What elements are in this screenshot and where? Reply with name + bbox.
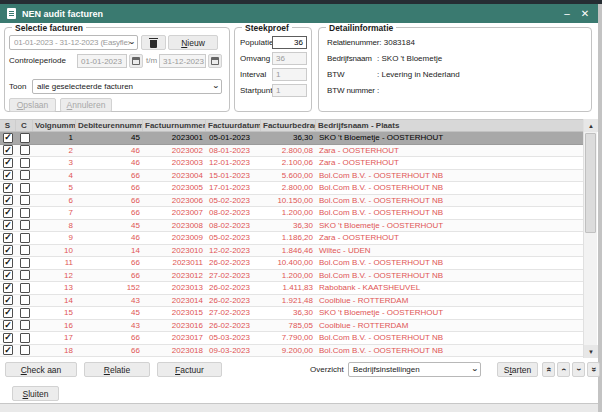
chevron-down-icon: › <box>574 368 583 371</box>
c-checkbox[interactable] <box>20 183 30 193</box>
s-checkbox[interactable]: ✓ <box>3 183 13 193</box>
check-aan-button[interactable]: Check aan <box>5 362 77 377</box>
sluiten-button[interactable]: Sluiten <box>12 386 59 401</box>
s-checkbox[interactable]: ✓ <box>3 233 13 243</box>
starten-button[interactable]: Starten <box>497 362 538 377</box>
column-header-bedrijfsnaam-plaats[interactable]: Bedrijfsnaam - Plaats <box>316 120 583 131</box>
date-from-field[interactable]: 01-01-2023 <box>77 54 127 68</box>
s-checkbox[interactable]: ✓ <box>3 208 13 218</box>
c-checkbox[interactable] <box>20 208 30 218</box>
c-checkbox[interactable] <box>20 258 30 268</box>
c-checkbox[interactable] <box>20 158 30 168</box>
column-header-s[interactable]: S <box>0 120 16 131</box>
table-row[interactable]: ✓666202300605-02-202310.150,00Bol.Com B.… <box>0 195 583 208</box>
table-row[interactable]: ✓346202300312-01-20232.100,06Zara - OOST… <box>0 157 583 170</box>
date-to-calendar-button[interactable] <box>208 54 222 68</box>
table-cell: 45 <box>76 308 143 317</box>
omvang-field[interactable]: 36 <box>272 52 307 65</box>
s-checkbox[interactable]: ✓ <box>3 295 13 305</box>
column-header-factuurdatum[interactable]: Factuurdatum <box>206 120 261 131</box>
table-row[interactable]: ✓1443202301426-02-20231.921,48Coolblue -… <box>0 295 583 308</box>
date-to-field[interactable]: 31-12-2023 <box>159 54 206 68</box>
toon-dropdown[interactable]: alle geselecteerde facturen › <box>32 79 222 94</box>
title-bar[interactable]: NEN audit facturen – ✕ <box>0 4 598 23</box>
table-row[interactable]: ✓1014202301012-02-20231.846,46Wiltec - U… <box>0 245 583 258</box>
c-checkbox[interactable] <box>20 233 30 243</box>
s-checkbox[interactable]: ✓ <box>3 283 13 293</box>
nav-next-button[interactable]: › <box>572 362 585 377</box>
table-row[interactable]: ✓566202300517-01-20232.800,00Bol.Com B.V… <box>0 182 583 195</box>
s-checkbox[interactable]: ✓ <box>3 170 13 180</box>
s-checkbox[interactable]: ✓ <box>3 333 13 343</box>
table-row[interactable]: ✓845202300808-02-202336,30SKO 't Bloemet… <box>0 220 583 233</box>
opslaan-button[interactable]: Opslaan <box>9 98 56 112</box>
periode-dropdown[interactable]: 01-01-2023 - 31-12-2023 (Easyflex) › <box>9 35 138 50</box>
s-checkbox[interactable]: ✓ <box>3 158 13 168</box>
nav-first-button[interactable]: « <box>542 362 555 377</box>
populatie-field[interactable]: 36 <box>272 36 307 49</box>
relatie-button[interactable]: Relatie <box>84 362 150 377</box>
bedrijfsnaam-row: Bedrijfsnaam: SKO 't Bloemetje <box>327 52 442 65</box>
table-row[interactable]: ✓246202300208-01-20232.800,08Zara - OOST… <box>0 145 583 158</box>
table-row[interactable]: ✓1643202301626-02-2023785,05Coolblue - R… <box>0 320 583 333</box>
scroll-up-button[interactable]: ▲ <box>584 119 598 132</box>
overzicht-dropdown[interactable]: Bedrijfsinstellingen › <box>348 362 481 377</box>
table-row[interactable]: ✓1545202301527-02-202336,30SKO 't Bloeme… <box>0 307 583 320</box>
table-row[interactable]: ✓1166202301126-02-202310.400,00Bol.Com B… <box>0 257 583 270</box>
table-row[interactable]: ✓1766202301705-03-20237.790,00Bol.Com B.… <box>0 332 583 345</box>
table-row[interactable]: ✓766202300708-02-20231.200,00Bol.Com B.V… <box>0 207 583 220</box>
s-checkbox[interactable]: ✓ <box>3 320 13 330</box>
c-checkbox[interactable] <box>20 345 30 355</box>
nav-previous-button[interactable]: ‹ <box>557 362 570 377</box>
column-header-c[interactable]: C <box>16 120 33 131</box>
table-row[interactable]: ✓946202300905-02-20231.186,20Zara - OOST… <box>0 232 583 245</box>
c-checkbox[interactable] <box>20 270 30 280</box>
table-row[interactable]: ✓466202300415-01-20235.600,00Bol.Com B.V… <box>0 170 583 183</box>
table-cell: 45 <box>76 221 143 230</box>
date-from-calendar-button[interactable] <box>129 54 143 68</box>
s-checkbox[interactable]: ✓ <box>3 308 13 318</box>
s-checkbox[interactable]: ✓ <box>3 133 13 143</box>
minimize-button[interactable]: – <box>558 6 576 22</box>
c-checkbox[interactable] <box>20 145 30 155</box>
c-checkbox[interactable] <box>20 170 30 180</box>
c-checkbox[interactable] <box>20 133 30 143</box>
s-checkbox[interactable]: ✓ <box>3 258 13 268</box>
checkbox-cell <box>16 333 33 343</box>
column-header-factuurbedrag[interactable]: Factuurbedrag <box>261 120 316 131</box>
annuleren-button[interactable]: Annuleren <box>60 98 112 112</box>
interval-field[interactable]: 1 <box>272 68 307 81</box>
startpunt-field[interactable]: 1 <box>272 84 307 97</box>
s-checkbox[interactable]: ✓ <box>3 270 13 280</box>
factuur-button[interactable]: Factuur <box>157 362 222 377</box>
column-header-volgnummer[interactable]: Volgnummer <box>33 120 76 131</box>
scroll-down-button[interactable]: ▼ <box>584 345 598 358</box>
s-checkbox[interactable]: ✓ <box>3 145 13 155</box>
nav-last-button[interactable]: » <box>587 362 600 377</box>
c-checkbox[interactable] <box>20 195 30 205</box>
c-checkbox[interactable] <box>20 220 30 230</box>
s-checkbox[interactable]: ✓ <box>3 195 13 205</box>
close-button[interactable]: ✕ <box>576 6 594 22</box>
table-row[interactable]: ✓1266202301227-02-20231.200,00Bol.Com B.… <box>0 270 583 283</box>
s-checkbox[interactable]: ✓ <box>3 345 13 355</box>
c-checkbox[interactable] <box>20 245 30 255</box>
s-checkbox[interactable]: ✓ <box>3 245 13 255</box>
scrollbar-thumb[interactable] <box>585 133 596 233</box>
c-checkbox[interactable] <box>20 320 30 330</box>
table-cell: 2023007 <box>143 208 206 217</box>
delete-periode-button[interactable] <box>141 35 166 50</box>
table-row[interactable]: ✓1866202301809-03-20239.200,00Bol.Com B.… <box>0 345 583 358</box>
s-checkbox[interactable]: ✓ <box>3 220 13 230</box>
c-checkbox[interactable] <box>20 283 30 293</box>
nieuw-button[interactable]: Nieuw <box>168 35 218 50</box>
table-cell: 66 <box>76 333 143 342</box>
c-checkbox[interactable] <box>20 295 30 305</box>
table-row[interactable]: ✓145202300105-01-202336,30SKO 't Bloemet… <box>0 132 583 145</box>
table-row[interactable]: ✓13152202301326-02-20231.411,83Rabobank … <box>0 282 583 295</box>
c-checkbox[interactable] <box>20 308 30 318</box>
c-checkbox[interactable] <box>20 333 30 343</box>
column-header-debiteurennummer[interactable]: Debiteurennummer <box>76 120 143 131</box>
vertical-scrollbar[interactable]: ▲ ▼ <box>583 119 597 358</box>
column-header-factuurnummer[interactable]: Factuurnummer <box>143 120 206 131</box>
